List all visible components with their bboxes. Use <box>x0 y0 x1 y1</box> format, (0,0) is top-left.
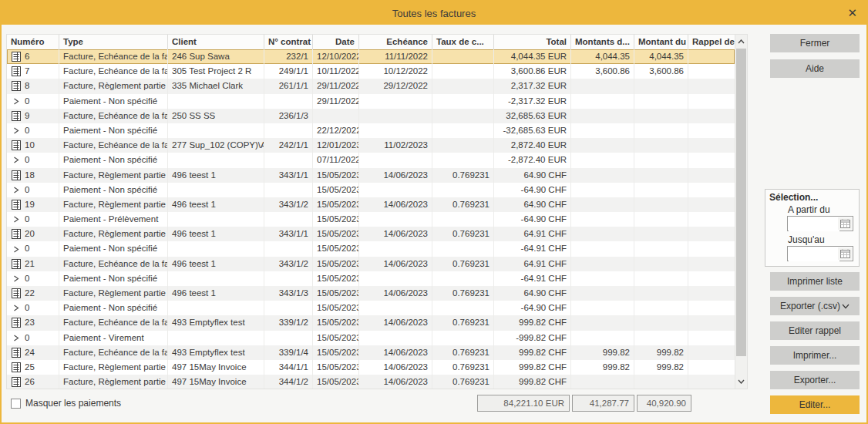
table-row[interactable]: 18Facture, Règlement partie496 teest 134… <box>7 168 735 183</box>
edit-button[interactable]: Editer... <box>770 395 860 414</box>
table-row[interactable]: 0Paiement - Non spécifié15/05/2023-64.90… <box>7 183 735 197</box>
from-date-field[interactable] <box>787 216 853 231</box>
payment-chevron-icon[interactable] <box>11 274 21 284</box>
to-date-field[interactable] <box>787 246 853 261</box>
cell-echeance: 14/06/2023 <box>359 168 432 183</box>
table-row[interactable]: 26Facture, Règlement partie497 15May Inv… <box>7 375 735 389</box>
table-row[interactable]: 8Facture, Règlement partie335 Michael Cl… <box>7 79 735 93</box>
export-button[interactable]: Exporter... <box>770 371 860 389</box>
column-header[interactable]: Type <box>59 35 168 49</box>
cell-montants <box>571 183 634 197</box>
cell-numero: 24 <box>7 345 59 360</box>
vertical-scrollbar[interactable] <box>735 35 747 389</box>
print-list-button[interactable]: Imprimer liste <box>770 272 860 291</box>
cell-montant_du <box>634 94 688 109</box>
table-row[interactable]: 21Facture, Echéance de la fa496 teest 13… <box>7 257 735 271</box>
cell-date: 15/05/2023 <box>313 168 359 183</box>
cell-date: 15/05/2023 <box>313 212 359 227</box>
column-header[interactable]: Date <box>313 35 359 49</box>
cell-montant_du <box>634 153 688 167</box>
cell-date: 15/05/2023 <box>313 315 359 330</box>
cell-date: 15/05/2023 <box>313 227 359 241</box>
column-header[interactable]: Montants d... <box>571 35 634 49</box>
table-row[interactable]: 23Facture, Echéance de la fa493 Emptyfle… <box>7 315 735 330</box>
from-date-input[interactable] <box>789 217 839 231</box>
cell-contrat <box>264 123 313 138</box>
cell-echeance <box>359 331 432 345</box>
table-row[interactable]: 20Facture, Règlement partie496 teest 134… <box>7 227 735 241</box>
table-row[interactable]: 9Facture, Echéance de la fa250 SS SS236/… <box>7 109 735 123</box>
export-csv-button[interactable]: Exporter (.csv) <box>770 297 860 315</box>
table-row[interactable]: 19Facture, Règlement partie496 teest 134… <box>7 197 735 212</box>
table-row[interactable]: 0Paiement - Non spécifié15/05/2023-64.90… <box>7 301 735 315</box>
invoice-number: 8 <box>25 79 29 93</box>
cell-date: 15/05/2023 <box>313 331 359 345</box>
table-row[interactable]: 0Paiement - Non spécifié15/05/2023-64.91… <box>7 241 735 256</box>
cell-type: Facture, Règlement partie <box>59 286 168 301</box>
cell-montant_du <box>634 183 688 197</box>
calendar-icon[interactable] <box>838 247 852 260</box>
table-row[interactable]: 22Facture, Règlement partie496 teest 134… <box>7 286 735 301</box>
scroll-down-icon[interactable] <box>735 375 747 388</box>
cell-montant_du <box>634 227 688 241</box>
cell-echeance: 14/06/2023 <box>359 197 432 212</box>
payment-chevron-icon[interactable] <box>11 155 21 165</box>
table-row[interactable]: 10Facture, Echéance de la fa277 Sup_102 … <box>7 138 735 153</box>
cell-rappel <box>688 197 735 212</box>
payment-chevron-icon[interactable] <box>11 96 21 106</box>
table-row[interactable]: 25Facture, Règlement partie497 15May Inv… <box>7 360 735 375</box>
close-icon[interactable]: ✕ <box>847 2 857 25</box>
column-header[interactable]: Client <box>168 35 264 49</box>
invoice-number: 0 <box>25 212 29 227</box>
table-body: 6Facture, Echéance de la fa246 Sup Sawa2… <box>7 49 735 389</box>
cell-taux: 0.769231 <box>432 315 494 330</box>
scroll-up-icon[interactable] <box>735 35 747 48</box>
cell-type: Facture, Règlement partie <box>59 227 168 241</box>
cell-total: 999.82 CHF <box>494 345 571 360</box>
column-header[interactable]: Total <box>494 35 571 49</box>
payment-chevron-icon[interactable] <box>11 303 21 313</box>
scrollbar-thumb[interactable] <box>736 49 746 356</box>
table-row[interactable]: 0Paiement - Non spécifié22/12/2022-32,68… <box>7 123 735 138</box>
table-row[interactable]: 0Paiement - Virement15/05/2023-999.82 CH… <box>7 331 735 345</box>
edit-reminder-button[interactable]: Editer rappel <box>770 321 860 340</box>
table-row[interactable]: 7Facture, Echéance de la fa305 Test Proj… <box>7 64 735 79</box>
payment-chevron-icon[interactable] <box>11 214 21 224</box>
invoice-number: 0 <box>25 241 29 256</box>
cell-total: -64.91 CHF <box>494 241 571 256</box>
invoice-icon <box>11 377 21 387</box>
payment-chevron-icon[interactable] <box>11 333 21 343</box>
column-header[interactable]: N° contrat <box>264 35 313 49</box>
table-row[interactable]: 0Paiement - Prélèvement15/05/2023-64.90 … <box>7 212 735 227</box>
invoice-icon <box>11 348 21 358</box>
to-date-input[interactable] <box>789 247 839 261</box>
table-row[interactable]: 0Paiement - Non spécifié29/11/2022-2,317… <box>7 94 735 109</box>
cell-rappel <box>688 315 735 330</box>
payment-chevron-icon[interactable] <box>11 244 21 254</box>
cell-rappel <box>688 345 735 360</box>
payment-chevron-icon[interactable] <box>11 126 21 136</box>
hide-payments-checkbox[interactable] <box>11 399 21 409</box>
column-header[interactable]: Echéance <box>359 35 432 49</box>
column-header[interactable]: Numéro <box>7 35 59 49</box>
calendar-icon[interactable] <box>838 217 852 230</box>
cell-type: Facture, Echéance de la fa <box>59 315 168 330</box>
cell-client: 497 15May Invoice <box>168 375 264 389</box>
cell-echeance: 14/06/2023 <box>359 375 432 389</box>
close-button[interactable]: Fermer <box>770 34 860 52</box>
table-row[interactable]: 0Paiement - Non spécifié15/05/2023-64.91… <box>7 271 735 286</box>
table-row[interactable]: 24Facture, Echéance de la fa493 Emptyfle… <box>7 345 735 360</box>
invoice-number: 0 <box>25 301 29 315</box>
cell-contrat: 344/1/2 <box>264 375 313 389</box>
column-header[interactable]: Montant du <box>634 35 688 49</box>
print-button[interactable]: Imprimer... <box>770 346 860 365</box>
column-header[interactable]: Taux de c... <box>432 35 494 49</box>
cell-montants <box>571 109 634 123</box>
cell-total: -64.90 CHF <box>494 183 571 197</box>
table-row[interactable]: 0Paiement - Non spécifié07/11/2022-2,872… <box>7 153 735 167</box>
payment-chevron-icon[interactable] <box>11 185 21 195</box>
invoice-icon <box>11 229 21 239</box>
help-button[interactable]: Aide <box>770 59 860 78</box>
table-row[interactable]: 6Facture, Echéance de la fa246 Sup Sawa2… <box>7 49 735 64</box>
cell-date: 15/05/2023 <box>313 257 359 271</box>
